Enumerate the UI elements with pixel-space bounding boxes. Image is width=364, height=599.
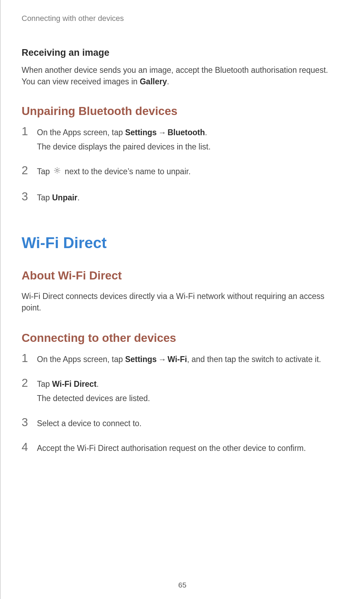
text: Tap [37, 193, 52, 202]
step-line: The detected devices are listed. [37, 393, 343, 404]
body-text-pre: When another device sends you an image, … [22, 66, 328, 86]
step-line: Accept the Wi-Fi Direct authorisation re… [37, 443, 343, 454]
step-number: 2 [22, 377, 37, 389]
step-body: On the Apps screen, tap Settings→Bluetoo… [37, 127, 343, 156]
body-receiving: When another device sends you an image, … [22, 64, 343, 88]
step-number: 3 [22, 416, 37, 428]
bold-text: Bluetooth [168, 128, 205, 137]
step-body: On the Apps screen, tap Settings→Wi-Fi, … [37, 354, 343, 368]
bold-text: Unpair [52, 193, 77, 202]
step-item: 2 Tap next to the device’s name to unpai… [22, 165, 343, 181]
bold-text: Settings [125, 355, 157, 364]
step-line: Tap next to the device’s name to unpair. [37, 166, 343, 178]
step-item: 4 Accept the Wi-Fi Direct authorisation … [22, 442, 343, 457]
step-body: Tap Wi-Fi Direct. The detected devices a… [37, 378, 343, 407]
step-body: Tap next to the device’s name to unpair. [37, 166, 343, 181]
step-item: 1 On the Apps screen, tap Settings→Wi-Fi… [22, 353, 343, 368]
section-title-unpairing: Unpairing Bluetooth devices [22, 105, 343, 118]
step-number: 1 [22, 352, 37, 364]
text: On the Apps screen, tap [37, 128, 125, 137]
step-line: Select a device to connect to. [37, 418, 343, 429]
manual-page: Connecting with other devices Receiving … [0, 0, 364, 599]
step-body: Tap Unpair. [37, 192, 343, 206]
step-number: 3 [22, 191, 37, 202]
section-title-about: About Wi-Fi Direct [22, 269, 343, 282]
step-item: 3 Select a device to connect to. [22, 417, 343, 432]
svg-point-0 [56, 169, 59, 171]
step-line: On the Apps screen, tap Settings→Wi-Fi, … [37, 354, 343, 365]
arrow-icon: → [158, 128, 166, 137]
step-body: Accept the Wi-Fi Direct authorisation re… [37, 443, 343, 457]
step-number: 4 [22, 441, 37, 453]
bold-text: Wi-Fi [168, 355, 187, 364]
text: Tap [37, 379, 52, 389]
section-title-receiving: Receiving an image [22, 47, 343, 58]
page-number: 65 [1, 581, 364, 589]
bold-text: Wi-Fi Direct [52, 379, 96, 389]
text: . [96, 379, 99, 389]
step-number: 1 [22, 125, 37, 137]
text: . [77, 193, 79, 202]
bold-text: Settings [125, 128, 157, 137]
breadcrumb: Connecting with other devices [22, 14, 343, 23]
text: On the Apps screen, tap [37, 355, 125, 364]
arrow-icon: → [158, 355, 166, 364]
section-title-wifi-direct: Wi-Fi Direct [22, 234, 343, 252]
step-item: 1 On the Apps screen, tap Settings→Bluet… [22, 126, 343, 156]
step-line: The device displays the paired devices i… [37, 141, 343, 153]
step-item: 2 Tap Wi-Fi Direct. The detected devices… [22, 378, 343, 407]
text: next to the device’s name to unpair. [62, 167, 191, 176]
section-title-connecting: Connecting to other devices [22, 331, 343, 345]
text: , and then tap the switch to activate it… [187, 355, 321, 364]
step-line: Tap Unpair. [37, 192, 343, 203]
step-item: 3 Tap Unpair. [22, 191, 343, 206]
text: Tap [37, 167, 52, 176]
step-number: 2 [22, 164, 37, 176]
body-about: Wi-Fi Direct connects devices directly v… [22, 291, 343, 314]
step-line: On the Apps screen, tap Settings→Bluetoo… [37, 127, 343, 138]
text: . [205, 128, 207, 137]
body-text-post: . [167, 77, 169, 86]
step-line: Tap Wi-Fi Direct. [37, 378, 343, 390]
body-text-bold: Gallery [140, 77, 167, 86]
step-body: Select a device to connect to. [37, 418, 343, 432]
gear-icon [53, 166, 61, 177]
